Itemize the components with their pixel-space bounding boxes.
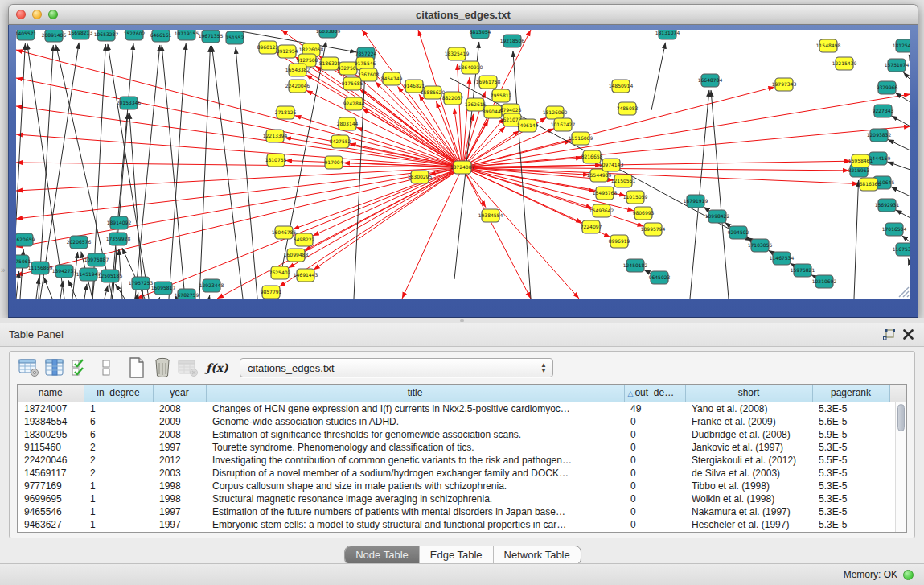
graph-node[interactable]: 15958461 [848,154,873,167]
graph-node[interactable]: 16095817 [151,282,176,295]
graph-node[interactable]: 10210692 [812,275,837,288]
cell-pagerank[interactable]: 5.5E-5 [812,454,889,467]
table-row[interactable]: 977716911998Corpus callosum shape and si… [18,480,907,492]
cell-in_degree[interactable]: 1 [84,505,153,518]
float-panel-button[interactable] [879,326,898,344]
cell-title[interactable]: Investigating the contribution of common… [206,454,624,467]
graph-node[interactable]: 11015059 [623,191,648,204]
graph-node[interactable]: 7485083 [617,102,639,115]
cell-out_degree[interactable]: 0 [624,467,685,480]
cell-in_degree[interactable]: 1 [84,518,153,531]
citation-edge-black[interactable] [60,281,63,299]
graph-node[interactable]: 10975887 [84,253,109,266]
canvas-resize-grip[interactable] [899,287,909,297]
citation-edge-black[interactable] [236,47,257,299]
graph-node[interactable]: 751552 [226,31,244,44]
graph-node[interactable]: 20891406 [42,30,67,42]
cell-title[interactable]: Disruption of a novel member of a sodium… [206,467,624,480]
cell-in_degree[interactable]: 2 [84,441,153,454]
graph-node[interactable]: 10719155 [175,30,199,40]
citation-edge-red[interactable] [293,167,462,229]
citation-edge-black[interactable] [891,116,910,126]
cell-short[interactable]: Jankovic et al. (1997) [685,441,812,454]
cell-short[interactable]: Stergiakouli et al. (2012) [685,454,812,467]
graph-node[interactable]: 11156869 [28,262,53,274]
cell-in_degree[interactable]: 2 [84,467,153,480]
citation-edge-black[interactable] [209,295,210,299]
cell-name[interactable]: 14569117 [18,467,84,480]
citation-edge-black[interactable] [854,180,859,299]
cell-pagerank[interactable]: 5.3E-5 [812,518,889,531]
citation-edge-red[interactable] [462,114,474,167]
cell-pagerank[interactable]: 5.3E-5 [812,492,889,505]
graph-node[interactable]: 9857791 [261,286,282,299]
citation-edge-red[interactable] [362,109,462,167]
citation-edge-black[interactable] [43,277,52,299]
graph-node[interactable]: 1810755 [265,154,287,167]
graph-node[interactable]: 2718126 [275,106,297,119]
graph-node[interactable]: 7496144 [517,119,539,132]
graph-node[interactable]: 8427552 [330,135,351,148]
graph-node[interactable]: 11675335 [893,243,910,256]
cell-out_degree[interactable]: 0 [624,454,685,467]
column-header-short[interactable]: short [685,385,812,402]
cell-short[interactable]: Wolkin et al. (1998) [685,492,812,505]
cell-pagerank[interactable]: 5.3E-5 [812,505,889,518]
column-header-in_degree[interactable]: in_degree [84,385,153,402]
graph-node[interactable]: 917004 [325,156,343,169]
graph-node[interactable]: 15493642 [589,204,614,217]
cell-out_degree[interactable]: 0 [624,428,685,441]
table-selector-dropdown[interactable]: citations_edges.txt ▲▼ [240,358,553,377]
cell-in_degree[interactable]: 6 [84,415,153,428]
cell-short[interactable]: Nakamura et al. (1997) [685,505,812,518]
cell-title[interactable]: Tourette syndrome. Phenomenology and cla… [206,441,624,454]
graph-node[interactable]: 18325419 [445,47,470,60]
graph-node[interactable]: 1527602 [124,30,146,40]
graph-node[interactable]: 15975821 [791,264,815,277]
graph-node[interactable]: 10167427 [551,118,576,131]
graph-node[interactable]: 8813054 [470,30,491,39]
graph-node[interactable]: 12923448 [199,279,224,292]
graph-node[interactable]: 15495768 [593,187,618,200]
graph-node[interactable]: 12150561 [611,175,636,187]
cell-pagerank[interactable]: 5.3E-5 [812,467,889,480]
graph-node[interactable]: 16791919 [684,195,708,208]
graph-node[interactable]: 16782759 [175,289,199,299]
citation-edge-red[interactable] [16,50,462,167]
graph-node[interactable]: 11548498 [816,39,841,52]
table-row[interactable]: 969969511998Structural magnetic resonanc… [18,492,907,505]
table-row[interactable]: 911546021997Tourette syndrome. Phenomeno… [18,441,907,454]
graph-node[interactable]: 16543382 [285,64,310,76]
cell-name[interactable]: 9699695 [18,492,84,505]
table-row[interactable]: 1830029562008Estimation of significance … [18,428,907,441]
cell-name[interactable]: 9463627 [18,518,84,531]
table-row[interactable]: 2242004622012Investigating the contribut… [18,454,907,467]
tab-edge-table[interactable]: Edge Table [420,546,494,564]
unselect-all-button[interactable] [93,356,119,380]
cell-pagerank[interactable]: 5.3E-5 [812,402,889,415]
select-all-button[interactable] [68,356,93,380]
cell-short[interactable]: Franke et al. (2009) [685,415,812,428]
citation-edge-black[interactable] [111,43,133,299]
cell-pagerank[interactable]: 5.6E-5 [812,415,889,428]
graph-node[interactable]: 10653287 [94,30,119,41]
cell-year[interactable]: 2009 [153,415,206,428]
graph-node[interactable]: 12093832 [867,129,892,142]
cell-out_degree[interactable]: 0 [624,480,685,492]
table-row[interactable]: 946362711997Embryonic stem cells: a mode… [18,518,907,531]
citation-edge-black[interactable] [135,45,160,299]
graph-node[interactable]: 12450182 [623,259,648,272]
citation-edge-black[interactable] [711,90,729,299]
cell-short[interactable]: Dudbridge et al. (2008) [685,428,812,441]
graph-node[interactable]: 17016504 [882,223,907,236]
cell-in_degree[interactable]: 1 [84,492,153,505]
cell-name[interactable]: 9115460 [18,441,84,454]
citation-edge-black[interactable] [651,43,666,110]
cell-title[interactable]: Embryonic stem cells: a model to study s… [206,518,624,531]
citation-edge-black[interactable] [211,46,243,299]
splitter-handle[interactable] [460,319,464,322]
window-titlebar[interactable]: citations_edges.txt [8,4,918,25]
graph-node[interactable]: 11467534 [770,252,795,265]
column-header-pagerank[interactable]: pagerank [812,385,889,402]
graph-node[interactable]: 12505185 [98,270,123,282]
